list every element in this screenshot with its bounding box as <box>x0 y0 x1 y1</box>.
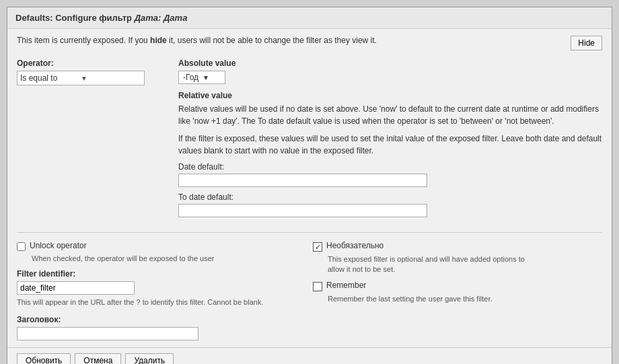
relative-desc-1: Relative values will be used if no date … <box>178 103 602 127</box>
absolute-value-option: -Год <box>183 73 198 82</box>
filter-identifier-label: Filter identifier: <box>17 269 299 279</box>
date-default-label: Date default: <box>178 162 602 172</box>
remember-desc: Remember the last setting the user gave … <box>328 294 530 304</box>
remember-row: Remember <box>313 281 602 291</box>
right-column: Absolute value -Год ▼ Relative value Rel… <box>178 59 602 223</box>
info-after: it, users will not be able to change the… <box>167 36 377 45</box>
title-bar: Defaults: Configure фильтр Дата: Дата <box>7 7 612 29</box>
filter-identifier-input[interactable] <box>17 281 135 295</box>
relative-value-section: Relative value Relative values will be u… <box>178 91 602 223</box>
relative-value-label: Relative value <box>178 91 602 100</box>
remember-label: Remember <box>326 281 366 290</box>
unlock-operator-desc: When checked, the operator will be expos… <box>32 254 299 264</box>
optional-label: Необязательно <box>326 241 384 250</box>
date-default-input[interactable] <box>178 174 427 187</box>
filter-identifier-desc: This will appear in the URL after the ? … <box>17 297 272 307</box>
content-area: This item is currently exposed. If you h… <box>7 29 612 347</box>
unlock-operator-label: Unlock operator <box>30 241 87 250</box>
info-hide-word: hide <box>150 36 167 45</box>
bottom-left: Unlock operator When checked, the operat… <box>17 241 299 340</box>
main-window: Defaults: Configure фильтр Дата: Дата Th… <box>7 7 612 364</box>
to-date-default-input[interactable] <box>178 204 427 217</box>
hide-button[interactable]: Hide <box>571 36 602 50</box>
bottom-right: ✓ Необязательно This exposed filter is o… <box>313 241 602 340</box>
cancel-button[interactable]: Отмена <box>75 353 121 364</box>
left-column: Operator: Is equal to ▼ <box>17 59 165 223</box>
optional-row: ✓ Необязательно <box>313 241 602 252</box>
remember-checkbox[interactable] <box>313 282 322 291</box>
optional-checkbox[interactable]: ✓ <box>313 242 322 252</box>
heading-input[interactable] <box>17 327 198 340</box>
info-text: This item is currently exposed. If you h… <box>17 36 564 45</box>
main-columns: Operator: Is equal to ▼ Absolute value -… <box>17 59 602 223</box>
update-button[interactable]: Обновить <box>17 353 71 364</box>
operator-select[interactable]: Is equal to ▼ <box>17 71 145 85</box>
title-prefix: Defaults: Configure фильтр <box>15 13 135 23</box>
absolute-value-label: Absolute value <box>178 59 602 68</box>
operator-arrow-icon: ▼ <box>81 75 141 82</box>
unlock-operator-checkbox[interactable] <box>17 242 26 251</box>
optional-desc: This exposed filter is optional and will… <box>328 254 530 275</box>
heading-label: Заголовок: <box>17 315 299 324</box>
title-italic: Дата: Дата <box>135 13 188 23</box>
operator-value: Is equal to <box>20 73 81 83</box>
relative-desc-2: If the filter is exposed, these values w… <box>178 133 602 157</box>
action-bar: Обновить Отмена Удалить <box>7 347 612 364</box>
absolute-value-select[interactable]: -Год ▼ <box>178 71 225 84</box>
bottom-section: Unlock operator When checked, the operat… <box>17 232 602 340</box>
info-before: This item is currently exposed. If you <box>17 36 150 45</box>
to-date-default-label: To date default: <box>178 192 602 202</box>
delete-button[interactable]: Удалить <box>125 353 174 364</box>
absolute-value-arrow-icon: ▼ <box>203 74 209 81</box>
unlock-operator-row: Unlock operator <box>17 241 299 251</box>
info-row: This item is currently exposed. If you h… <box>17 36 602 50</box>
operator-label: Operator: <box>17 59 165 68</box>
